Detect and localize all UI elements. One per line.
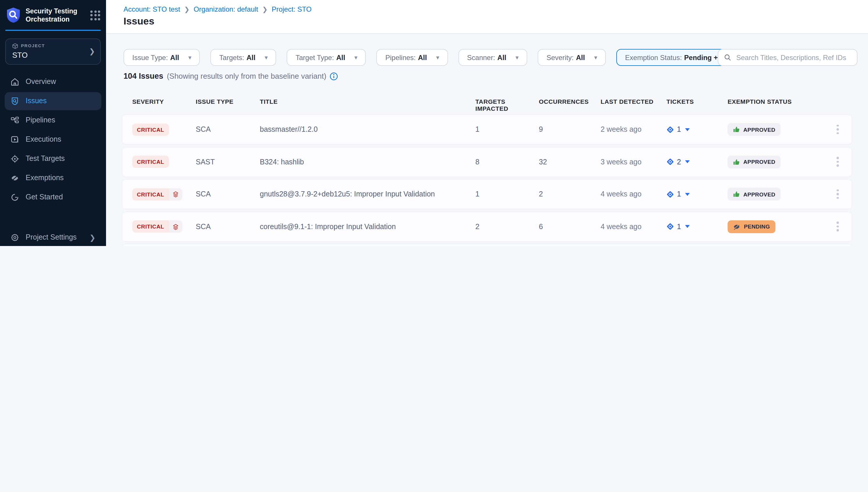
ticket-cell[interactable]: 1 xyxy=(666,190,728,198)
last-detected: 4 weeks ago xyxy=(601,222,666,230)
exemption-status-label: APPROVED xyxy=(743,126,775,132)
sidebar: Security Testing Orchestration PROJECT S… xyxy=(0,0,106,246)
app-grid-icon[interactable] xyxy=(90,10,100,20)
last-detected: 4 weeks ago xyxy=(601,190,666,198)
sidebar-nav: Overview Issues Pipelines Executions Tes… xyxy=(0,73,106,206)
app-title: Security Testing Orchestration xyxy=(26,7,86,24)
page-title: Issues xyxy=(124,16,154,27)
row-menu-kebab[interactable] xyxy=(830,157,846,167)
ticket-cell[interactable]: 1 xyxy=(666,125,728,133)
col-tickets: TICKETS xyxy=(666,98,728,112)
table-row[interactable]: CRITICAL SCA bassmaster//1.2.0 1 9 2 wee… xyxy=(122,115,852,144)
occurrences: 9 xyxy=(539,125,601,133)
issue-title[interactable]: B324: hashlib xyxy=(260,158,475,166)
row-menu-kebab[interactable] xyxy=(830,125,846,134)
exemption-raised-icon xyxy=(169,188,182,200)
targets-impacted: 1 xyxy=(475,125,539,133)
table-row[interactable]: CRITICAL SAST B324: hashlib 8 32 3 weeks… xyxy=(122,147,852,176)
thumbs-up-icon xyxy=(733,158,740,165)
breadcrumb-organization[interactable]: Organization: default xyxy=(194,5,258,14)
cube-icon xyxy=(12,43,18,49)
targets-impacted: 8 xyxy=(475,158,539,166)
home-icon xyxy=(10,77,19,86)
table-row[interactable]: CRITICAL SCA coreutils@9.1-1: Improper I… xyxy=(122,212,852,241)
sidebar-item-executions[interactable]: Executions xyxy=(5,130,101,149)
filter-issue-type[interactable]: Issue Type:All▼ xyxy=(124,49,200,66)
ticket-count: 1 xyxy=(677,125,681,133)
exemption-status-label: PENDING xyxy=(744,223,770,230)
sidebar-item-get-started[interactable]: Get Started xyxy=(5,188,101,206)
sidebar-item-pipelines[interactable]: Pipelines xyxy=(5,111,101,129)
sidebar-item-overview[interactable]: Overview xyxy=(5,73,101,91)
project-selector[interactable]: PROJECT STO ❯ xyxy=(5,39,101,65)
issue-type: SCA xyxy=(196,222,260,230)
search-input[interactable] xyxy=(735,53,851,62)
breadcrumb-project[interactable]: Project: STO xyxy=(272,5,312,14)
jira-ticket-icon xyxy=(666,158,674,166)
table-row[interactable]: CRITICAL SCA gnutls28@3.7.9-2+deb12u5: I… xyxy=(122,179,852,209)
chevron-down-icon[interactable] xyxy=(685,193,690,196)
chevron-down-icon: ▼ xyxy=(515,54,520,60)
col-severity: SEVERITY xyxy=(132,98,196,112)
occurrences: 6 xyxy=(539,222,601,230)
chevron-down-icon[interactable] xyxy=(685,160,690,163)
col-last-detected: LAST DETECTED xyxy=(601,98,666,112)
chevron-right-icon: ❯ xyxy=(89,233,96,242)
chevron-right-icon: ❯ xyxy=(262,5,267,13)
issue-title[interactable]: bassmaster//1.2.0 xyxy=(260,125,475,133)
shield-search-icon xyxy=(10,97,19,105)
severity-badge: CRITICAL xyxy=(132,220,182,232)
chevron-right-icon: ❯ xyxy=(89,47,95,55)
occurrences: 32 xyxy=(539,158,601,166)
row-menu-kebab[interactable] xyxy=(830,222,846,231)
thumbs-up-icon xyxy=(733,126,740,133)
breadcrumb: Account: STO test ❯ Organization: defaul… xyxy=(124,5,312,14)
row-menu-kebab[interactable] xyxy=(830,190,846,199)
get-started-icon xyxy=(10,193,19,202)
ticket-cell[interactable]: 1 xyxy=(666,222,728,230)
chevron-down-icon[interactable] xyxy=(685,128,690,131)
issue-title[interactable]: coreutils@9.1-1: Improper Input Validati… xyxy=(260,222,475,230)
exemption-status-badge: APPROVED xyxy=(728,123,781,136)
jira-ticket-icon xyxy=(666,190,674,198)
chevron-down-icon: ▼ xyxy=(187,54,192,60)
info-icon[interactable] xyxy=(330,72,338,80)
issue-type: SCA xyxy=(196,190,260,198)
issues-table: CRITICAL SCA bassmaster//1.2.0 1 9 2 wee… xyxy=(122,115,852,246)
sidebar-item-exemptions[interactable]: Exemptions xyxy=(5,169,101,187)
table-header: SEVERITY ISSUE TYPE TITLE TARGETS IMPACT… xyxy=(122,98,852,112)
breadcrumb-account[interactable]: Account: STO test xyxy=(124,5,180,14)
occurrences: 2 xyxy=(539,190,601,198)
col-exemption-status: EXEMPTION STATUS xyxy=(728,98,830,112)
last-detected: 3 weeks ago xyxy=(601,158,666,166)
filter-targets[interactable]: Targets:All▼ xyxy=(211,49,277,66)
issue-title[interactable]: gnutls28@3.7.9-2+deb12u5: Improper Input… xyxy=(260,190,475,198)
sidebar-item-project-settings[interactable]: Project Settings ❯ xyxy=(5,228,101,246)
target-icon xyxy=(10,154,19,163)
page: Security Testing Orchestration PROJECT S… xyxy=(0,0,868,246)
chevron-down-icon[interactable] xyxy=(685,225,690,228)
filter-pipelines[interactable]: Pipelines:All▼ xyxy=(377,49,448,66)
filter-severity[interactable]: Severity:All▼ xyxy=(538,49,606,66)
sidebar-item-issues[interactable]: Issues xyxy=(5,92,101,110)
table-row[interactable]: CRITICAL SCA zlib@1:1.2.13.dfsg-1: Integ… xyxy=(122,244,852,246)
project-label: PROJECT xyxy=(21,44,45,49)
filter-target-type[interactable]: Target Type:All▼ xyxy=(287,49,366,66)
ticket-cell[interactable]: 2 xyxy=(666,158,728,166)
severity-badge: CRITICAL xyxy=(132,188,182,200)
chevron-down-icon: ▼ xyxy=(435,54,440,60)
last-detected: 2 weeks ago xyxy=(601,125,666,133)
search-box xyxy=(718,49,858,66)
executions-icon xyxy=(10,135,19,144)
thumbs-up-icon xyxy=(733,191,740,198)
chevron-right-icon: ❯ xyxy=(184,5,189,13)
issue-type: SAST xyxy=(196,158,260,166)
project-name: STO xyxy=(12,51,89,59)
gear-icon xyxy=(10,233,19,242)
exemption-raised-icon xyxy=(169,220,182,232)
filter-bar: Issue Type:All▼ Targets:All▼ Target Type… xyxy=(124,49,742,66)
filter-scanner[interactable]: Scanner:All▼ xyxy=(458,49,527,66)
sidebar-item-test-targets[interactable]: Test Targets xyxy=(5,150,101,168)
chevron-down-icon: ▼ xyxy=(353,54,359,60)
col-targets-impacted: TARGETS IMPACTED xyxy=(475,98,539,112)
